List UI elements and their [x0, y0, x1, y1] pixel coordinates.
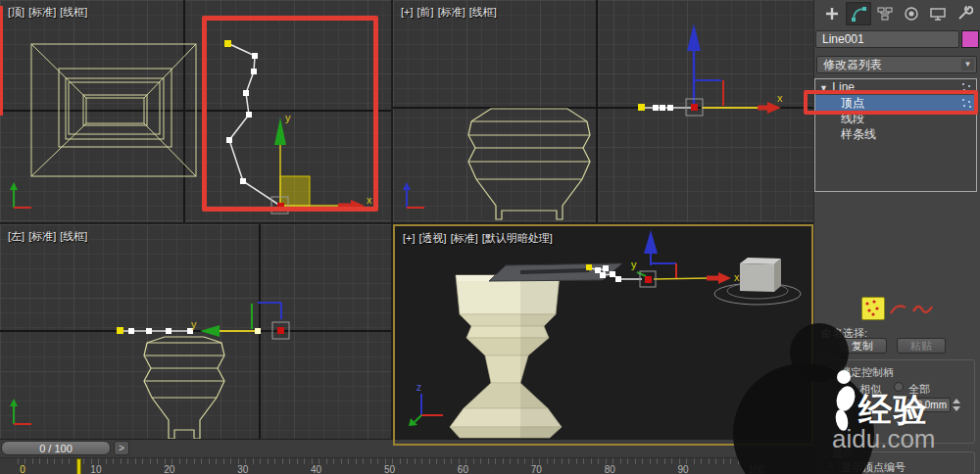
viewport-menu-pov[interactable]: [标准]: [28, 6, 56, 18]
vase-front-wireframe[interactable]: [468, 109, 590, 219]
axis-label-x: x: [777, 92, 783, 104]
stack-vertex-label: 顶点: [841, 96, 864, 110]
selected-vertex[interactable]: [277, 203, 284, 210]
viewport-menu-view[interactable]: [左]: [8, 230, 24, 242]
viewport-perspective[interactable]: [+][透视][标准][默认明暗处理]: [393, 224, 813, 446]
tab-hierarchy[interactable]: [872, 2, 898, 25]
tab-create[interactable]: [819, 2, 845, 25]
viewport-menu-pov[interactable]: [标准]: [451, 232, 478, 244]
spline-vertices-front[interactable]: [638, 104, 692, 111]
stack-spline-label: 样条线: [841, 127, 876, 141]
viewport-menu-view[interactable]: [透视]: [419, 232, 447, 244]
viewport-front[interactable]: [+][前][标准][线框]: [393, 0, 813, 222]
viewport-menu-pov[interactable]: [标准]: [28, 230, 56, 242]
move-gizmo-top[interactable]: y x: [271, 112, 372, 213]
lock-handles-label: 锁定控制柄: [840, 365, 894, 380]
segment-curve-icon: [888, 299, 909, 320]
time-slider[interactable]: 0 / 100: [1, 441, 111, 455]
viewport-menu-shading[interactable]: [线框]: [60, 230, 87, 242]
object-name-field[interactable]: Line001: [815, 30, 959, 48]
track-tick-label: 10: [90, 464, 101, 474]
gizmo-z-arrow[interactable]: [687, 24, 701, 51]
viewport-top-label: [顶][标准][线框]: [8, 5, 91, 20]
stack-row-spline[interactable]: 样条线: [815, 126, 976, 142]
first-vertex[interactable]: [638, 104, 645, 111]
track-tick-label: 20: [164, 464, 174, 474]
modifier-stack: ▼ Line 顶点 线段 样条线: [814, 78, 977, 192]
object-color-swatch[interactable]: [961, 30, 979, 48]
axis-label-x: x: [367, 194, 372, 206]
modify-curve-icon: [850, 5, 867, 23]
subobject-vertex-button[interactable]: [861, 297, 885, 320]
utilities-wrench-icon: [956, 5, 973, 23]
similar-radio[interactable]: [845, 382, 855, 392]
display-group-label: 显示: [829, 446, 857, 460]
selected-vertex[interactable]: [277, 327, 284, 334]
show-vertex-numbers-checkbox[interactable]: [825, 459, 836, 470]
stack-root-label: Line: [832, 80, 855, 94]
gizmo-x-arrow[interactable]: [351, 200, 365, 212]
area-threshold-spinner[interactable]: 0.0mm: [906, 398, 951, 412]
move-gizmo-left[interactable]: y: [191, 303, 289, 339]
show-vertex-numbers-label: 显示顶点编号: [841, 460, 906, 474]
axis-label-z: z: [416, 382, 421, 393]
spline-vertices-top[interactable]: [224, 40, 280, 206]
tab-utilities[interactable]: [952, 2, 977, 25]
display-monitor-icon: [929, 5, 947, 23]
vase-left-wireframe[interactable]: [144, 337, 224, 439]
spline-vertices-left[interactable]: [117, 327, 193, 334]
viewport-front-canvas: x: [393, 0, 813, 222]
viewport-menu-general[interactable]: [+]: [403, 232, 416, 244]
subobject-segment-button[interactable]: [888, 299, 909, 320]
viewport-axis-tripod: [10, 182, 31, 208]
track-tick-label: 30: [237, 464, 248, 474]
viewport-menu-pov[interactable]: [标准]: [438, 6, 466, 18]
selected-vertex[interactable]: [691, 104, 698, 111]
vase-shaded[interactable]: [450, 275, 562, 438]
current-frame-marker[interactable]: [76, 458, 81, 474]
expand-triangle-icon[interactable]: ▼: [819, 80, 829, 96]
viewport-left[interactable]: [左][标准][线框]: [0, 224, 391, 439]
all-radio[interactable]: [894, 382, 904, 392]
viewport-menu-general[interactable]: [+]: [401, 6, 414, 18]
viewport-menu-shading[interactable]: [默认明暗处理]: [482, 232, 553, 244]
lock-handles-checkbox[interactable]: [824, 364, 835, 375]
axis-label-y: y: [631, 259, 637, 270]
stack-row-line[interactable]: ▼ Line: [815, 79, 976, 95]
selected-vertex[interactable]: [645, 276, 652, 283]
subobject-spline-button[interactable]: [911, 299, 935, 320]
stack-row-segment[interactable]: 线段: [815, 111, 976, 126]
next-frame-button[interactable]: >: [114, 441, 129, 455]
viewport-menu-shading[interactable]: [线框]: [60, 6, 87, 18]
tab-display[interactable]: [925, 2, 951, 25]
stack-row-vertex[interactable]: 顶点: [815, 95, 976, 111]
first-vertex[interactable]: [224, 40, 231, 47]
move-gizmo-perspective[interactable]: y x: [631, 230, 740, 287]
paste-button[interactable]: 粘贴: [897, 338, 946, 354]
track-bar[interactable]: 0102030405060708090100: [0, 457, 813, 474]
move-gizmo-front[interactable]: x: [686, 24, 783, 116]
first-vertex[interactable]: [586, 264, 592, 270]
world-axis-tripod: z: [409, 382, 443, 426]
viewport-menu-view[interactable]: [前]: [417, 6, 434, 18]
subobject-dots-icon: [962, 83, 972, 92]
chevron-down-icon[interactable]: ▼: [961, 59, 974, 71]
tab-motion[interactable]: [899, 2, 924, 25]
track-tick-label: 70: [531, 464, 542, 474]
gizmo-y-arrow[interactable]: [200, 325, 220, 337]
copy-button[interactable]: 复制: [838, 338, 887, 354]
vase-top-wireframe[interactable]: [31, 44, 196, 176]
first-vertex[interactable]: [117, 327, 123, 334]
viewport-top[interactable]: [顶][标准][线框]: [0, 0, 391, 222]
modifier-list-dropdown[interactable]: 修改器列表 ▼: [816, 56, 977, 73]
viewport-menu-shading[interactable]: [线框]: [469, 6, 497, 18]
track-tick-label: 0: [20, 464, 25, 474]
helper-object[interactable]: [714, 258, 801, 305]
create-plus-icon: [823, 5, 841, 23]
gizmo-z-arrow[interactable]: [644, 230, 658, 254]
tab-modify[interactable]: [846, 2, 871, 25]
viewport-menu-view[interactable]: [顶]: [8, 6, 24, 18]
track-tick-label: 50: [384, 464, 395, 474]
gizmo-x-arrow[interactable]: [718, 272, 731, 284]
spinner-arrows-icon[interactable]: [952, 398, 961, 412]
